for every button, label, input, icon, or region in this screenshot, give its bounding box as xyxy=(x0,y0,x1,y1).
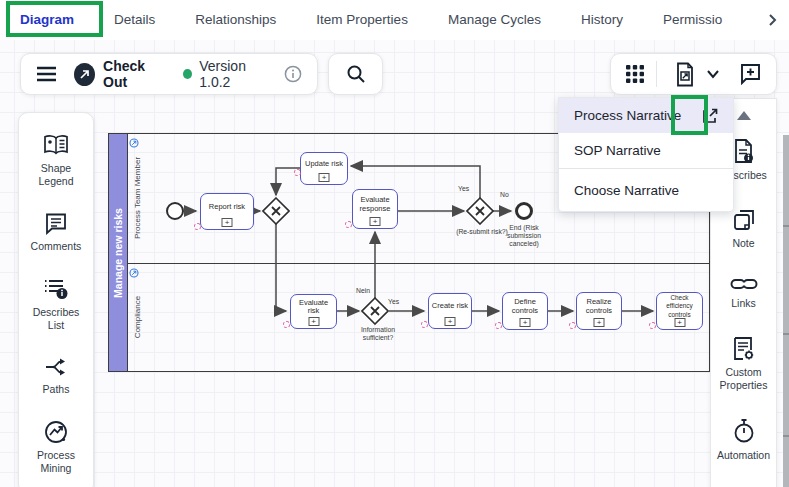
panel-item-label: Paths xyxy=(43,383,70,396)
panel-item-custom-properties[interactable]: Custom Properties xyxy=(712,336,776,392)
gateway-merge[interactable] xyxy=(262,197,290,225)
task-create-risk[interactable]: Create risk+ xyxy=(428,293,472,329)
tab-history[interactable]: History xyxy=(561,0,643,40)
apps-grid-icon[interactable] xyxy=(625,64,645,84)
panel-item-shape-legend[interactable]: Shape Legend xyxy=(24,133,88,188)
task-report-risk[interactable]: Report risk+ xyxy=(200,193,254,230)
task-define-controls[interactable]: Define controls+ xyxy=(502,292,548,330)
task-evaluate-response[interactable]: Evaluate response+ xyxy=(352,189,398,229)
menu-item-sop-narrative[interactable]: SOP Narrative xyxy=(559,133,733,168)
describes-list-icon xyxy=(43,277,69,301)
start-event[interactable] xyxy=(166,202,184,220)
check-out-button[interactable]: Check Out xyxy=(103,58,167,90)
tab-item-properties[interactable]: Item Properties xyxy=(296,0,428,40)
scrollbar-notch xyxy=(783,225,789,227)
change-marker-badge xyxy=(194,223,201,230)
task-update-risk[interactable]: Update risk+ xyxy=(300,152,348,185)
menu-item-process-narrative[interactable]: Process Narrative xyxy=(559,98,733,133)
panel-item-label: Note xyxy=(732,237,754,250)
tab-details[interactable]: Details xyxy=(94,0,175,40)
narrative-dropdown-menu: Process Narrative SOP Narrative Choose N… xyxy=(558,97,734,212)
task-evaluate-risk[interactable]: Evaluate risk+ xyxy=(290,294,337,329)
task-label: Report risk xyxy=(209,203,245,212)
comments-icon xyxy=(44,212,68,235)
pool-header[interactable]: Manage new risks xyxy=(109,134,128,371)
check-out-icon[interactable] xyxy=(74,63,95,86)
gateway-resubmit-risk[interactable] xyxy=(466,197,494,225)
panel-item-comments[interactable]: Comments xyxy=(31,212,82,253)
panel-scroll-up-icon[interactable] xyxy=(737,111,751,120)
tab-permissions[interactable]: Permissio xyxy=(643,0,742,40)
change-marker-badge xyxy=(283,321,290,328)
flow-label-nein: Nein xyxy=(356,287,370,294)
panel-item-label: Describes List xyxy=(24,306,88,332)
add-comment-icon[interactable] xyxy=(739,63,762,85)
diagram-canvas[interactable]: Manage new risks Process Team Member Com… xyxy=(0,40,789,487)
search-icon[interactable] xyxy=(346,64,366,84)
tab-diagram[interactable]: Diagram xyxy=(0,0,94,40)
external-link-icon xyxy=(702,108,718,124)
narrative-document-icon[interactable] xyxy=(674,62,696,87)
shape-legend-icon xyxy=(43,133,69,157)
lane-describes-icon xyxy=(129,268,139,278)
describes-icon xyxy=(732,138,756,164)
hamburger-menu-icon[interactable] xyxy=(36,66,57,82)
panel-item-links[interactable]: Links xyxy=(730,276,758,310)
task-label: Define controls xyxy=(505,298,545,315)
tab-bar: Diagram Details Relationships Item Prope… xyxy=(0,0,789,40)
change-marker-badge xyxy=(495,322,502,329)
change-marker-badge xyxy=(294,169,301,176)
flow-label-no: No xyxy=(500,191,509,198)
panel-item-note[interactable]: Note xyxy=(732,208,756,250)
tabs-overflow-chevron-icon[interactable] xyxy=(755,13,789,27)
paths-icon xyxy=(44,356,68,378)
change-marker-badge xyxy=(649,322,656,329)
subprocess-marker-icon: + xyxy=(594,318,605,327)
end-event[interactable] xyxy=(515,202,533,220)
menu-item-label: Choose Narrative xyxy=(574,183,679,198)
links-icon xyxy=(730,276,758,292)
subprocess-marker-icon: + xyxy=(370,217,381,226)
left-tools-panel: Shape Legend Comments Describes List Pat… xyxy=(18,112,94,487)
tab-relationships[interactable]: Relationships xyxy=(175,0,296,40)
panel-item-label: Shape Legend xyxy=(24,162,88,188)
gateway-information-sufficient[interactable] xyxy=(361,297,389,325)
lane-label-compliance: Compliance xyxy=(133,296,142,338)
version-label: Version 1.0.2 xyxy=(199,58,274,90)
change-marker-badge xyxy=(421,321,428,328)
note-icon xyxy=(732,208,756,232)
menu-item-choose-narrative[interactable]: Choose Narrative xyxy=(559,169,733,211)
version-info-icon[interactable] xyxy=(284,65,302,83)
task-label: Realize controls xyxy=(579,298,619,315)
panel-item-process-mining[interactable]: Process Mining xyxy=(24,420,88,475)
gateway-label-information: Information sufficient? xyxy=(352,326,404,342)
lane-label-process-team-member: Process Team Member xyxy=(133,157,142,239)
view-toolbar xyxy=(610,53,777,95)
panel-item-describes-list[interactable]: Describes List xyxy=(24,277,88,332)
menu-item-label: SOP Narrative xyxy=(574,143,661,158)
scrollbar-notch xyxy=(783,333,789,335)
narrative-chevron-down-icon[interactable] xyxy=(706,69,720,79)
task-realize-controls[interactable]: Realize controls+ xyxy=(576,292,622,330)
vertical-scrollbar[interactable] xyxy=(783,135,789,487)
version-status-dot xyxy=(183,69,192,79)
menu-item-label: Process Narrative xyxy=(574,108,681,123)
subprocess-marker-icon: + xyxy=(445,317,456,326)
tab-manage-cycles[interactable]: Manage Cycles xyxy=(428,0,561,40)
panel-item-label: Process Mining xyxy=(24,449,88,475)
toolbar-divider xyxy=(656,61,657,87)
subprocess-marker-icon: + xyxy=(319,173,330,182)
end-event-label: End (Risk submission canceled) xyxy=(498,224,550,248)
flow-label-yes-info: Yes xyxy=(388,298,399,305)
task-check-efficiency-controls[interactable]: Check efficiency controls+ xyxy=(656,292,703,330)
lane-divider xyxy=(128,263,709,264)
subprocess-marker-icon: + xyxy=(520,318,531,327)
panel-item-label: Comments xyxy=(31,240,82,253)
panel-item-automation[interactable]: Automation xyxy=(717,418,770,462)
app-window: Diagram Details Relationships Item Prope… xyxy=(0,0,789,487)
scrollbar-notch xyxy=(783,435,789,437)
subprocess-marker-icon: + xyxy=(674,318,685,327)
task-label: Update risk xyxy=(305,160,343,169)
panel-item-paths[interactable]: Paths xyxy=(43,356,70,396)
automation-icon xyxy=(732,418,756,444)
